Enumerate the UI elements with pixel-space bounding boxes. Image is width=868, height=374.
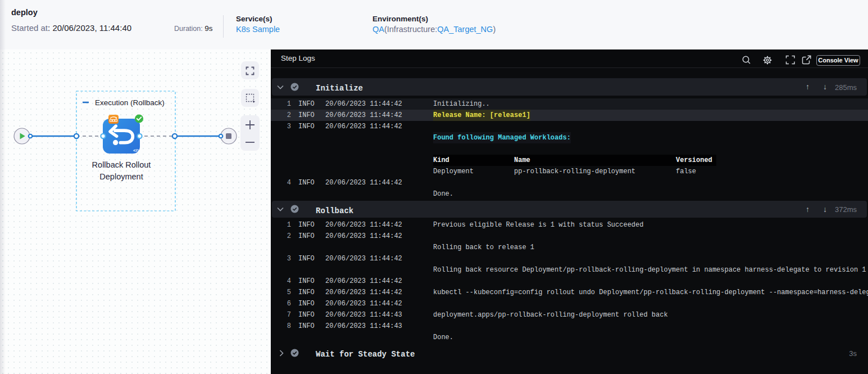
svg-text:Execution (Rollback): Execution (Rollback) (95, 98, 165, 107)
svg-text:Rollback Rollout: Rollback Rollout (92, 160, 151, 169)
svg-text:Deployment: Deployment (99, 172, 143, 181)
svg-text:</>: </> (133, 148, 140, 153)
